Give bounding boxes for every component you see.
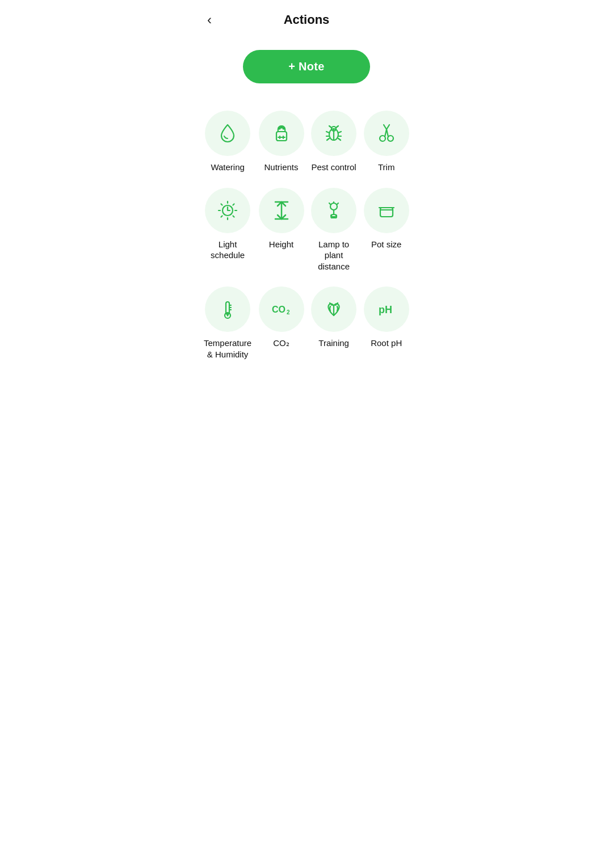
svg-line-21 — [387, 129, 388, 137]
action-item-light-schedule[interactable]: Light schedule — [201, 183, 254, 277]
action-item-height[interactable]: Height — [256, 183, 306, 277]
light-schedule-icon — [205, 188, 250, 233]
light-schedule-label: Light schedule — [204, 239, 251, 261]
svg-line-37 — [337, 203, 338, 204]
back-button[interactable]: ‹ — [207, 13, 212, 27]
pest-control-icon — [311, 111, 356, 156]
svg-point-1 — [278, 128, 280, 129]
lamp-distance-icon — [311, 188, 356, 233]
header: ‹ Actions — [196, 0, 417, 33]
svg-rect-41 — [380, 208, 393, 217]
svg-rect-0 — [276, 132, 287, 141]
svg-text:2: 2 — [287, 309, 290, 315]
svg-point-2 — [280, 127, 282, 128]
action-item-root-ph[interactable]: pH Root pH — [361, 282, 412, 364]
pot-size-icon — [364, 188, 409, 233]
root-ph-icon: pH — [364, 286, 409, 332]
training-label: Training — [318, 338, 349, 349]
watering-icon — [205, 111, 250, 156]
trim-label: Trim — [378, 162, 394, 173]
nutrients-icon — [259, 111, 304, 156]
svg-line-10 — [336, 126, 338, 128]
action-item-trim[interactable]: Trim — [361, 106, 412, 178]
svg-line-36 — [329, 203, 330, 204]
svg-line-11 — [326, 132, 329, 133]
temp-humidity-label: Temperature & Humidity — [204, 338, 251, 360]
svg-point-34 — [330, 203, 337, 210]
svg-point-3 — [283, 128, 284, 129]
height-label: Height — [269, 239, 293, 250]
actions-grid: Watering Nutrients Pest control Trim — [196, 95, 417, 381]
action-item-pest-control[interactable]: Pest control — [309, 106, 359, 178]
svg-line-28 — [233, 216, 234, 217]
svg-line-12 — [338, 132, 341, 133]
action-item-pot-size[interactable]: Pot size — [361, 183, 412, 277]
svg-text:pH: pH — [379, 304, 392, 315]
svg-line-15 — [327, 138, 329, 140]
trim-icon — [364, 111, 409, 156]
svg-line-29 — [233, 204, 234, 205]
co2-icon: CO 2 — [259, 286, 304, 332]
svg-line-27 — [221, 204, 222, 205]
pest-control-label: Pest control — [312, 162, 356, 173]
nutrients-label: Nutrients — [264, 162, 299, 173]
page-title: Actions — [284, 12, 330, 27]
add-note-button[interactable]: + Note — [243, 50, 370, 83]
temp-humidity-icon — [205, 286, 250, 332]
svg-line-9 — [329, 126, 331, 128]
root-ph-label: Root pH — [371, 338, 402, 349]
co2-label: CO₂ — [273, 338, 289, 349]
action-item-training[interactable]: Training — [309, 282, 359, 364]
svg-line-30 — [221, 216, 222, 217]
watering-label: Watering — [211, 162, 244, 173]
action-item-nutrients[interactable]: Nutrients — [256, 106, 306, 178]
height-icon — [259, 188, 304, 233]
svg-line-16 — [338, 138, 341, 140]
pot-size-label: Pot size — [371, 239, 401, 250]
lamp-distance-label: Lamp to plant distance — [311, 239, 357, 272]
action-item-temp-humidity[interactable]: Temperature & Humidity — [201, 282, 254, 364]
svg-text:CO: CO — [272, 305, 285, 314]
action-item-watering[interactable]: Watering — [201, 106, 254, 178]
note-button-wrapper: + Note — [196, 33, 417, 95]
action-item-co2[interactable]: CO 2 CO₂ — [256, 282, 306, 364]
action-item-lamp-distance[interactable]: Lamp to plant distance — [309, 183, 359, 277]
training-icon — [311, 286, 356, 332]
